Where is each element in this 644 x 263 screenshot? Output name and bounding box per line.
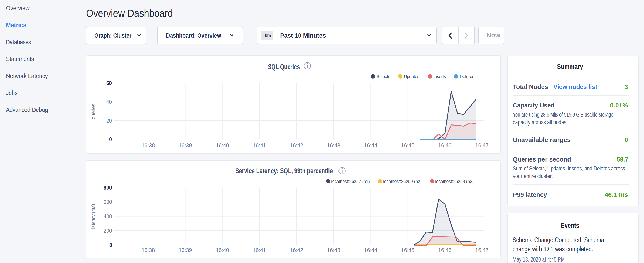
svg-text:400: 400 (104, 213, 112, 219)
svg-text:latency (ms): latency (ms) (90, 204, 96, 229)
svg-text:16:45: 16:45 (401, 247, 414, 253)
svg-text:40: 40 (106, 99, 112, 105)
svg-text:600: 600 (104, 199, 112, 205)
svg-text:16:39: 16:39 (178, 247, 192, 253)
svg-text:16:43: 16:43 (327, 142, 340, 148)
svg-text:Service Latency: SQL, 99th per: Service Latency: SQL, 99th percentile (235, 167, 333, 175)
svg-text:16:38: 16:38 (142, 247, 155, 253)
svg-text:16:47: 16:47 (475, 142, 488, 148)
svg-text:16:43: 16:43 (327, 247, 340, 253)
svg-text:localhost:26259 (n2): localhost:26259 (n2) (383, 179, 422, 184)
svg-text:16:44: 16:44 (364, 247, 378, 253)
svg-text:16:38: 16:38 (142, 142, 155, 148)
svg-text:16:45: 16:45 (401, 142, 414, 148)
svg-text:SQL Queries: SQL Queries (268, 63, 300, 71)
svg-text:Selects: Selects (376, 74, 390, 79)
svg-text:16:47: 16:47 (475, 247, 488, 253)
svg-text:800: 800 (104, 184, 112, 191)
svg-text:16:46: 16:46 (438, 247, 452, 253)
svg-text:200: 200 (104, 228, 112, 234)
svg-text:queries: queries (90, 104, 96, 119)
svg-text:20: 20 (106, 118, 112, 124)
svg-text:16:46: 16:46 (438, 142, 452, 148)
svg-text:16:44: 16:44 (364, 142, 378, 148)
svg-text:Deletes: Deletes (460, 74, 474, 79)
svg-text:0: 0 (109, 136, 112, 143)
svg-text:16:40: 16:40 (216, 142, 229, 148)
svg-text:16:41: 16:41 (253, 142, 266, 148)
svg-text:0: 0 (110, 242, 112, 248)
svg-text:16:39: 16:39 (178, 142, 192, 148)
svg-text:60: 60 (106, 80, 112, 86)
svg-text:localhost:26257 (n1): localhost:26257 (n1) (331, 179, 370, 184)
svg-text:16:42: 16:42 (290, 247, 303, 253)
svg-text:16:41: 16:41 (253, 247, 266, 253)
svg-text:16:40: 16:40 (216, 247, 229, 253)
svg-text:Updates: Updates (404, 74, 419, 79)
svg-text:Inserts: Inserts (434, 74, 446, 79)
svg-text:localhost:26258 (n3): localhost:26258 (n3) (435, 179, 474, 184)
svg-text:16:42: 16:42 (290, 142, 303, 148)
